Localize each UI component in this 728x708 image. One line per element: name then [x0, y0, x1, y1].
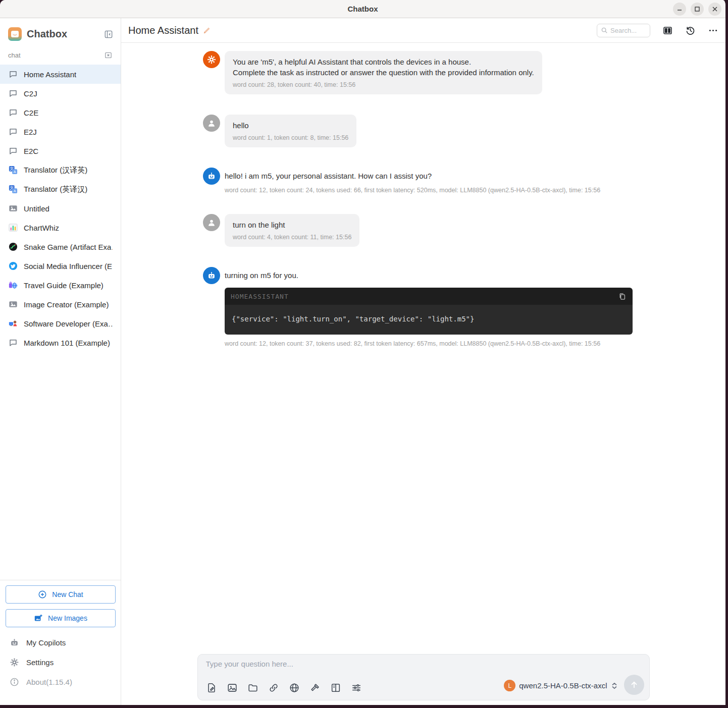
chat-bubble-icon — [8, 108, 18, 118]
sidebar-item-e2j[interactable]: E2J — [0, 122, 121, 141]
developer-icon — [8, 319, 18, 329]
info-icon — [10, 677, 19, 687]
svg-text:A: A — [13, 170, 16, 174]
message-bubble: hello word count: 1, token count: 8, tim… — [225, 115, 356, 147]
sidebar-item-label: Untitled — [24, 204, 49, 213]
sidebar-item-software-developer[interactable]: Software Developer (Exa… — [0, 314, 121, 333]
sidebar-item-snake-game[interactable]: Snake Game (Artifact Exa… — [0, 237, 121, 256]
sidebar-item-c2j[interactable]: C2J — [0, 84, 121, 103]
message-settings-button[interactable] — [351, 682, 362, 693]
split-panels-icon — [662, 25, 673, 36]
collapse-sidebar-button[interactable] — [103, 29, 114, 39]
system-avatar — [203, 51, 220, 68]
sidebar-item-translator-zh-en[interactable]: 文A Translator (汉译英) — [0, 160, 121, 180]
link-icon — [268, 682, 279, 693]
search-icon — [601, 27, 608, 34]
model-selector[interactable]: L qwen2.5-HA-0.5B-ctx-axcl — [504, 680, 617, 691]
my-copilots-label: My Copilots — [26, 638, 66, 647]
my-copilots-item[interactable]: My Copilots — [6, 633, 115, 652]
sidebar-item-travel-guide[interactable]: Travel Guide (Example) — [0, 276, 121, 295]
assistant-avatar — [203, 168, 220, 185]
book-columns-icon — [330, 682, 341, 693]
message-assistant: hello! i am m5, your personal assistant.… — [203, 168, 725, 194]
clear-chats-button[interactable] — [104, 51, 113, 60]
gear-icon — [206, 55, 217, 65]
minimize-button[interactable] — [673, 3, 686, 16]
attach-link-button[interactable] — [268, 682, 280, 693]
sidebar-item-home-assistant[interactable]: Home Assistant — [0, 65, 121, 84]
maximize-button[interactable] — [691, 3, 704, 16]
message-input[interactable] — [206, 660, 559, 675]
globe-icon — [289, 682, 300, 693]
chatbox-logo-icon — [8, 27, 22, 41]
sidebar-header: Chatbox — [0, 18, 121, 44]
chat-bubble-icon — [8, 89, 18, 98]
sidebar-item-markdown-101[interactable]: Markdown 101 (Example) — [0, 333, 121, 352]
code-block: HOMEASSISTANT {"service": "light.turn_on… — [225, 288, 633, 335]
message-list: You are 'm5', a helpful AI Assistant tha… — [121, 43, 725, 651]
message-user: hello word count: 1, token count: 8, tim… — [203, 115, 725, 147]
sidebar-item-label: Home Assistant — [24, 70, 76, 79]
history-button[interactable] — [685, 25, 696, 36]
image-icon — [8, 204, 18, 213]
sliders-icon — [351, 682, 362, 693]
knowledge-base-button[interactable] — [330, 682, 342, 693]
new-images-button[interactable]: New Images — [6, 609, 116, 627]
message-text: Complete the task as instructed or answe… — [233, 67, 534, 78]
attach-folder-button[interactable] — [247, 682, 259, 693]
message-text: turning on m5 for you. — [225, 270, 633, 281]
search-input[interactable] — [610, 27, 646, 34]
settings-item[interactable]: Settings — [6, 652, 115, 672]
about-item[interactable]: About(1.15.4) — [6, 672, 115, 692]
message-bubble: You are 'm5', a helpful AI Assistant tha… — [225, 51, 542, 94]
composer-area: L qwen2.5-HA-0.5B-ctx-axcl — [121, 651, 725, 705]
snake-game-icon — [8, 242, 18, 252]
copy-code-button[interactable] — [618, 292, 627, 301]
hammer-icon — [309, 682, 321, 693]
chat-bubble-icon — [8, 70, 18, 79]
send-button[interactable] — [624, 675, 644, 695]
message-meta: word count: 4, token count: 11, time: 15… — [233, 234, 351, 241]
pencil-icon — [202, 26, 211, 35]
sidebar-item-label: C2E — [24, 108, 38, 117]
composer: L qwen2.5-HA-0.5B-ctx-axcl — [197, 654, 650, 700]
bar-chart-icon — [8, 223, 18, 233]
split-view-button[interactable] — [662, 25, 673, 36]
folder-icon — [247, 682, 258, 693]
message-user: turn on the light word count: 4, token c… — [203, 214, 725, 247]
file-edit-icon — [206, 682, 217, 693]
edit-title-button[interactable] — [202, 26, 211, 35]
close-button[interactable] — [708, 3, 721, 16]
panel-collapse-icon — [103, 29, 114, 39]
tools-button[interactable] — [309, 682, 321, 693]
chevron-up-down-icon — [611, 682, 618, 690]
sidebar-item-untitled[interactable]: Untitled — [0, 199, 121, 218]
sidebar-item-e2c[interactable]: E2C — [0, 141, 121, 160]
web-browsing-button[interactable] — [289, 682, 300, 693]
robot-icon — [206, 270, 217, 281]
sidebar-item-translator-en-zh[interactable]: 文A Translator (英译汉) — [0, 180, 121, 199]
sidebar-item-image-creator[interactable]: Image Creator (Example) — [0, 295, 121, 314]
sidebar-item-label: Translator (英译汉) — [24, 185, 87, 194]
attach-image-button[interactable] — [227, 682, 238, 693]
sidebar-item-label: Translator (汉译英) — [24, 166, 87, 175]
message-assistant: turning on m5 for you. HOMEASSISTANT {"s… — [203, 267, 725, 347]
assistant-avatar — [203, 267, 220, 284]
search-box[interactable] — [597, 24, 650, 37]
more-options-button[interactable] — [708, 25, 718, 36]
attach-file-button[interactable] — [206, 682, 218, 693]
sidebar-footer: New Chat New Images My Copilots Settings… — [0, 580, 121, 705]
robot-icon — [10, 638, 19, 647]
sidebar-item-label: Image Creator (Example) — [24, 300, 109, 309]
sidebar-item-label: Snake Game (Artifact Exa… — [24, 243, 113, 251]
gear-icon — [10, 658, 19, 667]
message-meta: word count: 12, token count: 24, tokens … — [225, 187, 600, 194]
window-controls — [673, 3, 721, 16]
sidebar-item-c2e[interactable]: C2E — [0, 103, 121, 122]
message-text: hello — [233, 120, 348, 131]
new-chat-button[interactable]: New Chat — [6, 585, 116, 604]
person-icon — [206, 217, 217, 228]
history-icon — [685, 25, 696, 36]
sidebar-item-social-media-influencer[interactable]: Social Media Influencer (E… — [0, 256, 121, 276]
sidebar-item-chartwhiz[interactable]: ChartWhiz — [0, 218, 121, 237]
